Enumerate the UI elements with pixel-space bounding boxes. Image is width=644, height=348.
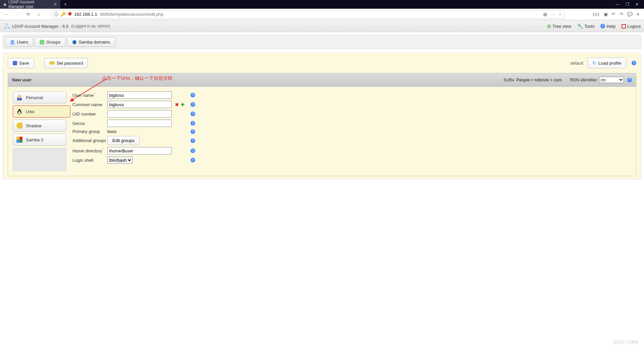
- remove-value-icon[interactable]: ✖: [175, 102, 179, 107]
- tab-title: LDAP Account Manager (ope: [8, 0, 50, 9]
- tools-label: Tools: [584, 24, 594, 29]
- svg-point-10: [20, 114, 21, 114]
- logout-icon: [622, 24, 626, 28]
- window-minimize-icon[interactable]: —: [615, 2, 620, 7]
- noscript-icon[interactable]: ⛊: [68, 12, 72, 17]
- edit-groups-button[interactable]: Edit groups: [107, 136, 140, 145]
- url-host: 192.168.1.1: [74, 12, 97, 17]
- module-tab-personal[interactable]: Personal: [13, 91, 66, 103]
- tab-samba-label: Samba domains: [79, 40, 110, 45]
- window-close-icon[interactable]: ✕: [635, 2, 639, 7]
- redo-icon[interactable]: ↷: [620, 12, 623, 17]
- rdn-label: RDN identifier: [570, 77, 597, 82]
- personal-icon: [16, 94, 22, 100]
- browser-tabbar: ◈ LDAP Account Manager (ope ✕ + — ❐ ✕: [0, 0, 644, 9]
- module-tab-samba3[interactable]: Samba 3: [13, 134, 66, 146]
- load-profile-button[interactable]: ↻ Load profile: [587, 58, 626, 68]
- hamburger-menu-icon[interactable]: ≡: [637, 12, 639, 17]
- set-password-button[interactable]: Set password: [44, 58, 88, 68]
- help-icon[interactable]: ?: [191, 112, 195, 116]
- help-icon[interactable]: ?: [191, 102, 195, 107]
- tab-favicon: ◈: [3, 2, 6, 7]
- common-name-label: Common name: [72, 102, 107, 107]
- home-dir-input[interactable]: [107, 147, 172, 154]
- edit-body: Personal Unix Shadow Samba 3: [8, 87, 636, 176]
- url-bar[interactable]: ⓘ 🔑 ⛊ 192.168.1.1:8080/templates/account…: [52, 10, 565, 19]
- undo-icon[interactable]: ↶: [612, 12, 615, 17]
- action-row: Save Set password default ↻ Load profile…: [8, 58, 636, 68]
- tools-link[interactable]: 🔧Tools: [577, 23, 594, 29]
- tab-samba-domains[interactable]: Samba domains: [67, 37, 115, 47]
- browser-tab[interactable]: ◈ LDAP Account Manager (ope ✕: [0, 0, 60, 9]
- login-shell-label: Login shell: [72, 158, 107, 163]
- svg-point-9: [17, 114, 19, 114]
- unix-form: User name* ? Common name ✖ ✚ ? UID numbe…: [72, 91, 631, 171]
- windows-icon: [16, 137, 22, 143]
- help-icon: ?: [600, 24, 605, 28]
- chat-icon[interactable]: 💬: [627, 12, 633, 17]
- module-tab-shadow[interactable]: Shadow: [13, 120, 66, 132]
- permission-icon[interactable]: 🔑: [60, 12, 66, 17]
- module-personal-label: Personal: [26, 95, 43, 100]
- help-icon[interactable]: ?: [191, 129, 195, 134]
- module-tab-column: Personal Unix Shadow Samba 3: [13, 91, 66, 171]
- account-type-tabs: Users Groups Samba domains: [3, 35, 641, 49]
- section-header: New user 点击一下Unix，确认一下信息没错 Suffix People…: [8, 73, 636, 87]
- tab-users-label: Users: [17, 40, 28, 45]
- tab-users[interactable]: Users: [5, 37, 33, 47]
- nav-home-button[interactable]: ⌂: [34, 10, 44, 19]
- tab-groups[interactable]: Groups: [35, 37, 66, 47]
- help-icon[interactable]: ?: [191, 93, 195, 97]
- uid-number-label: UID number: [72, 112, 107, 117]
- add-value-icon[interactable]: ✚: [181, 102, 184, 107]
- help-icon[interactable]: ?: [191, 138, 195, 143]
- nav-back-button[interactable]: ←: [2, 10, 11, 19]
- module-tab-unix[interactable]: Unix: [13, 106, 70, 118]
- help-icon[interactable]: ?: [627, 78, 632, 82]
- gecos-label: Gecos: [72, 121, 107, 126]
- help-label: Help: [606, 24, 615, 29]
- primary-group-value: boss: [107, 129, 172, 134]
- uid-number-input[interactable]: [107, 110, 172, 118]
- tree-icon: ⊞: [547, 23, 551, 29]
- tree-view-link[interactable]: ⊞Tree view: [547, 23, 571, 29]
- library-icon[interactable]: ⫿⫿⫿: [593, 12, 600, 17]
- svg-point-7: [19, 110, 19, 110]
- window-maximize-icon[interactable]: ❐: [626, 2, 629, 7]
- module-samba3-label: Samba 3: [26, 137, 43, 142]
- nav-forward-button[interactable]: →: [13, 10, 22, 19]
- logout-link[interactable]: Logout: [622, 23, 641, 29]
- gecos-input[interactable]: [107, 120, 172, 127]
- login-shell-select[interactable]: /bin/bash: [107, 156, 132, 164]
- new-tab-button[interactable]: +: [60, 1, 70, 7]
- site-info-icon[interactable]: ⓘ: [54, 11, 58, 17]
- svg-point-5: [18, 111, 21, 114]
- rdn-select[interactable]: cn: [599, 77, 624, 83]
- common-name-input[interactable]: [107, 101, 172, 108]
- help-icon[interactable]: ?: [191, 158, 195, 162]
- help-icon[interactable]: ?: [632, 61, 636, 65]
- page-actions-icon[interactable]: ⋯: [550, 12, 555, 17]
- help-icon[interactable]: ?: [191, 121, 195, 126]
- group-icon: [40, 40, 44, 45]
- tools-icon: 🔧: [577, 23, 583, 29]
- bookmark-star-icon[interactable]: ☆: [558, 12, 562, 17]
- save-icon: [13, 61, 17, 65]
- logout-label: Logout: [627, 24, 641, 29]
- nav-reload-button[interactable]: ⟳: [23, 10, 33, 19]
- user-icon: [10, 40, 15, 45]
- qr-icon[interactable]: ▦: [543, 12, 547, 17]
- url-path: :8080/templates/account/edit.php: [99, 12, 164, 17]
- user-name-input[interactable]: [107, 91, 172, 99]
- help-icon[interactable]: ?: [191, 148, 195, 153]
- suffix-path[interactable]: People > lotbrick > com: [516, 77, 562, 82]
- sidebar-icon[interactable]: ▣: [604, 12, 608, 17]
- save-button[interactable]: Save: [8, 58, 34, 68]
- tab-close-icon[interactable]: ✕: [54, 2, 57, 7]
- tux-icon: [16, 109, 22, 115]
- additional-groups-label: Additional groups: [72, 138, 107, 143]
- tab-groups-label: Groups: [46, 40, 61, 45]
- default-profile-label: default: [570, 61, 583, 66]
- help-link[interactable]: ?Help: [600, 23, 615, 29]
- reload-icon: ↻: [592, 60, 596, 66]
